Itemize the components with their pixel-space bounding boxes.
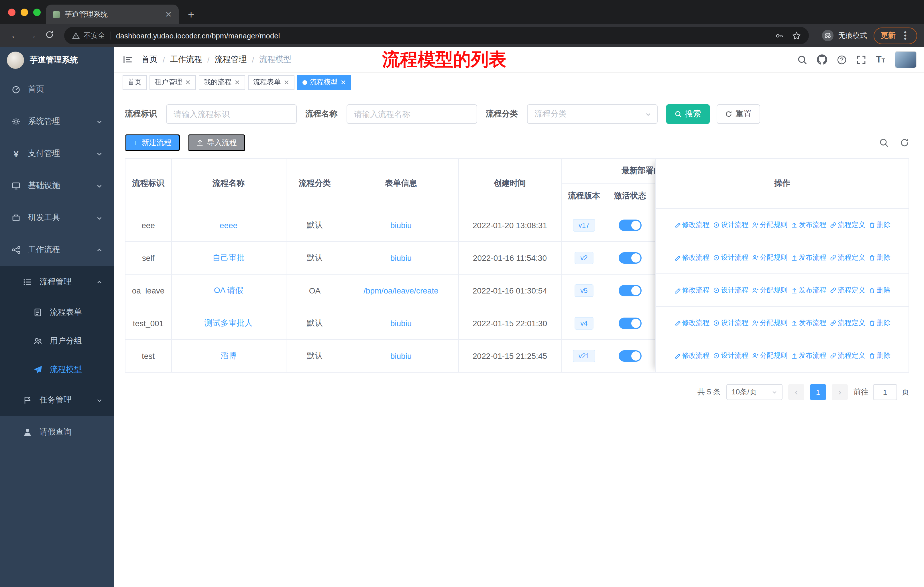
cell-process-name-link[interactable]: 滔博: [171, 339, 286, 372]
bookmark-star-icon[interactable]: [792, 31, 801, 40]
breadcrumb-home[interactable]: 首页: [142, 55, 158, 65]
tag-close-icon[interactable]: ✕: [340, 79, 346, 86]
cell-form-info-link[interactable]: biubiu: [344, 209, 458, 241]
publish-process-link[interactable]: 发布流程: [791, 253, 826, 262]
modify-process-link[interactable]: 修改流程: [674, 285, 710, 295]
process-definition-link[interactable]: 流程定义: [830, 285, 865, 295]
goto-page-input[interactable]: [873, 384, 897, 400]
security-indicator[interactable]: 不安全: [72, 31, 105, 40]
delete-link[interactable]: 删除: [869, 318, 891, 327]
tag-tenant[interactable]: 租户管理✕: [150, 75, 196, 90]
tag-my-process[interactable]: 我的流程✕: [199, 75, 245, 90]
modify-process-link[interactable]: 修改流程: [674, 220, 710, 230]
process-definition-link[interactable]: 流程定义: [830, 351, 865, 360]
search-toggle-icon[interactable]: [879, 138, 888, 147]
prev-page-button[interactable]: ‹: [788, 384, 804, 400]
sidebar-item-devtools[interactable]: 研发工具: [0, 202, 114, 234]
sidebar-item-payment[interactable]: ¥ 支付管理: [0, 137, 114, 170]
fullscreen-icon[interactable]: [856, 55, 866, 64]
active-status-toggle[interactable]: [619, 284, 642, 296]
sidebar-item-system[interactable]: 系统管理: [0, 106, 114, 137]
active-status-toggle[interactable]: [619, 350, 642, 362]
tag-close-icon[interactable]: ✕: [185, 79, 191, 86]
window-zoom-button[interactable]: [33, 8, 41, 16]
design-process-link[interactable]: 设计流程: [713, 285, 748, 295]
cell-form-info-link[interactable]: biubiu: [344, 339, 458, 372]
page-number-1[interactable]: 1: [810, 384, 826, 400]
tag-process-form[interactable]: 流程表单✕: [248, 75, 294, 90]
modify-process-link[interactable]: 修改流程: [674, 318, 710, 327]
sidebar-item-task-management[interactable]: 任务管理: [0, 384, 114, 416]
publish-process-link[interactable]: 发布流程: [791, 220, 826, 230]
search-icon[interactable]: [797, 55, 807, 64]
create-process-button[interactable]: + 新建流程: [125, 134, 180, 151]
publish-process-link[interactable]: 发布流程: [791, 318, 826, 327]
breadcrumb-workflow[interactable]: 工作流程: [170, 55, 202, 65]
search-button[interactable]: 搜索: [666, 104, 710, 124]
tag-close-icon[interactable]: ✕: [284, 79, 289, 86]
cell-process-name-link[interactable]: eeee: [171, 209, 286, 241]
user-avatar[interactable]: [895, 51, 917, 68]
browser-menu-icon[interactable]: •••: [901, 31, 910, 40]
browser-tab[interactable]: 芋道管理系统 ✕: [46, 5, 179, 24]
cell-form-info-link[interactable]: /bpm/oa/leave/create: [344, 274, 458, 307]
sidebar-item-leave-query[interactable]: 请假查询: [0, 416, 114, 448]
page-size-select[interactable]: 10条/页: [726, 384, 782, 400]
process-key-input[interactable]: [166, 104, 297, 124]
delete-link[interactable]: 删除: [869, 285, 891, 295]
sidebar-item-workflow[interactable]: 工作流程: [0, 234, 114, 266]
delete-link[interactable]: 删除: [869, 220, 891, 230]
process-name-input[interactable]: [346, 104, 477, 124]
import-process-button[interactable]: 导入流程: [188, 134, 245, 151]
process-definition-link[interactable]: 流程定义: [830, 220, 865, 230]
password-key-icon[interactable]: [776, 31, 784, 40]
sidebar-item-process-management[interactable]: 流程管理: [0, 266, 114, 298]
process-definition-link[interactable]: 流程定义: [830, 253, 865, 262]
assign-rule-link[interactable]: 分配规则: [752, 253, 787, 262]
cell-form-info-link[interactable]: biubiu: [344, 241, 458, 274]
tag-close-icon[interactable]: ✕: [234, 79, 240, 86]
reset-button[interactable]: 重置: [717, 104, 760, 124]
refresh-table-icon[interactable]: [900, 138, 909, 147]
process-category-select[interactable]: 流程分类: [527, 104, 658, 124]
github-icon[interactable]: [817, 55, 827, 65]
address-bar[interactable]: 不安全 dashboard.yudao.iocoder.cn/bpm/manag…: [64, 27, 809, 44]
sidebar-item-process-model[interactable]: 流程模型: [0, 356, 114, 384]
help-icon[interactable]: [837, 55, 846, 64]
app-logo[interactable]: 芋道管理系统: [0, 47, 114, 73]
design-process-link[interactable]: 设计流程: [713, 351, 748, 360]
tab-close-icon[interactable]: ✕: [165, 10, 172, 18]
publish-process-link[interactable]: 发布流程: [791, 351, 826, 360]
sidebar-item-infrastructure[interactable]: 基础设施: [0, 170, 114, 202]
cell-form-info-link[interactable]: biubiu: [344, 307, 458, 339]
modify-process-link[interactable]: 修改流程: [674, 351, 710, 360]
sidebar-collapse-button[interactable]: [114, 55, 142, 65]
active-status-toggle[interactable]: [619, 317, 642, 329]
tag-process-model[interactable]: 流程模型✕: [297, 75, 351, 90]
active-status-toggle[interactable]: [619, 219, 642, 231]
assign-rule-link[interactable]: 分配规则: [752, 318, 787, 327]
cell-process-name-link[interactable]: OA 请假: [171, 274, 286, 307]
breadcrumb-process-management[interactable]: 流程管理: [215, 55, 247, 65]
delete-link[interactable]: 删除: [869, 351, 891, 360]
back-button[interactable]: ←: [7, 30, 23, 41]
new-tab-button[interactable]: +: [188, 9, 194, 20]
next-page-button[interactable]: ›: [832, 384, 848, 400]
browser-update-button[interactable]: 更新 •••: [874, 27, 917, 44]
publish-process-link[interactable]: 发布流程: [791, 285, 826, 295]
tag-home[interactable]: 首页: [122, 75, 147, 90]
delete-link[interactable]: 删除: [869, 253, 891, 262]
assign-rule-link[interactable]: 分配规则: [752, 351, 787, 360]
sidebar-item-home[interactable]: 首页: [0, 73, 114, 106]
sidebar-item-user-group[interactable]: 用户分组: [0, 327, 114, 356]
modify-process-link[interactable]: 修改流程: [674, 253, 710, 262]
forward-button[interactable]: →: [24, 30, 40, 41]
process-definition-link[interactable]: 流程定义: [830, 318, 865, 327]
cell-process-name-link[interactable]: 测试多审批人: [171, 307, 286, 339]
reload-button[interactable]: [41, 30, 57, 41]
design-process-link[interactable]: 设计流程: [713, 253, 748, 262]
url-text[interactable]: dashboard.yudao.iocoder.cn/bpm/manager/m…: [116, 31, 280, 40]
window-close-button[interactable]: [8, 8, 15, 16]
window-minimize-button[interactable]: [21, 8, 28, 16]
sidebar-item-process-form[interactable]: 流程表单: [0, 298, 114, 327]
